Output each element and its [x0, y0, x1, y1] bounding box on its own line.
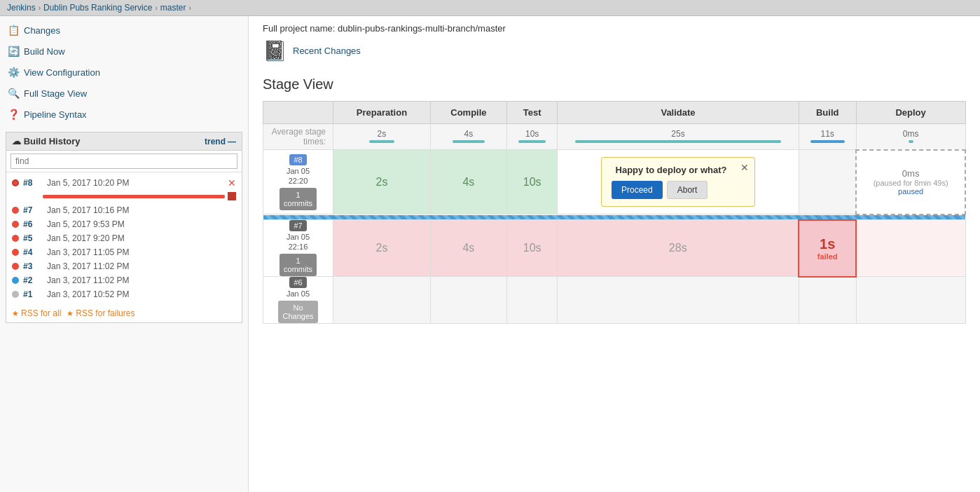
commits-badge-8[interactable]: 1commits [279, 188, 317, 210]
build-label-8: #8 Jan 05 22:20 1commits [263, 150, 333, 214]
abort-button[interactable]: Abort [667, 181, 708, 199]
build-badge-6[interactable]: #6 [289, 277, 306, 288]
build-number-link[interactable]: #8 [23, 178, 43, 188]
avg-time-deploy: 0ms [862, 129, 960, 139]
recent-changes-link[interactable]: Recent Changes [293, 46, 361, 56]
stage-test-8[interactable]: 10s [506, 150, 558, 214]
view-config-icon: ⚙️ [7, 66, 20, 78]
full-stage-icon: 🔍 [7, 87, 20, 100]
build-date: Jan 3, 2017 11:02 PM [47, 261, 236, 271]
breadcrumb-sep-1: › [39, 4, 41, 12]
table-row: #7 Jan 05 22:16 1commits 2s 4s 10s 28s 1… [263, 220, 966, 277]
build-badge-8[interactable]: #8 [289, 154, 306, 165]
avg-cell-build: 11s [799, 124, 856, 150]
build-badge-7[interactable]: #7 [289, 220, 306, 231]
paused-label: paused [857, 187, 965, 196]
stage-test-7[interactable]: 10s [506, 220, 558, 277]
build-number-link[interactable]: #4 [23, 247, 43, 257]
build-progress-stripe [263, 215, 966, 219]
build-number-link[interactable]: #1 [23, 289, 43, 299]
list-item: #2 Jan 3, 2017 11:02 PM [6, 273, 242, 287]
stage-validate-6 [558, 277, 799, 324]
sidebar-item-full-stage[interactable]: 🔍 Full Stage View [0, 83, 248, 104]
rss-all-link[interactable]: ★ RSS for all [12, 308, 61, 318]
build-number-link[interactable]: #6 [23, 219, 43, 229]
build-number-link[interactable]: #7 [23, 205, 43, 215]
list-item: #6 Jan 5, 2017 9:53 PM [6, 217, 242, 231]
rss-icon: ★ [12, 309, 19, 318]
build-date: Jan 5, 2017 9:20 PM [47, 233, 236, 243]
stage-compile-7[interactable]: 4s [430, 220, 506, 277]
build-number-link[interactable]: #3 [23, 261, 43, 271]
build-search-area [6, 151, 242, 172]
rss-failures-link[interactable]: ★ RSS for failures [67, 308, 134, 318]
build-status-dot [12, 221, 19, 228]
search-input[interactable] [11, 153, 237, 169]
trend-link[interactable]: trend — [205, 137, 236, 146]
popup-close-button[interactable]: ✕ [740, 162, 749, 173]
th-validate: Validate [558, 102, 799, 124]
build-history-panel: ☁ Build History trend — #8 Jan 5, 2017 1… [6, 132, 242, 323]
stage-build-8 [799, 150, 856, 214]
stage-deploy-6 [856, 277, 965, 324]
build-number-link[interactable]: #5 [23, 233, 43, 243]
stage-prep-7[interactable]: 2s [333, 220, 431, 277]
build-status-dot [12, 235, 19, 242]
cloud-icon: ☁ [12, 136, 21, 146]
build-date: Jan 3, 2017 11:02 PM [47, 275, 236, 285]
build-list: #8 Jan 5, 2017 10:20 PM ✕ #7 Jan 5, 2017… [6, 172, 242, 304]
sidebar-item-build-now[interactable]: 🔄 Build Now [0, 41, 248, 62]
stage-compile-8[interactable]: 4s [430, 150, 506, 214]
build-number-link[interactable]: #2 [23, 275, 43, 285]
commits-badge-7[interactable]: 1commits [279, 254, 317, 276]
avg-cell-deploy: 0ms [856, 124, 965, 150]
table-row: #8 Jan 05 22:20 1commits 2s 4s 10s Happy… [263, 150, 966, 214]
sidebar: 📋 Changes 🔄 Build Now ⚙️ View Configurat… [0, 16, 249, 492]
progress-bar-row-8 [263, 214, 966, 220]
build-history-title: ☁ Build History [12, 136, 81, 146]
stage-build-6 [799, 277, 856, 324]
stage-prep-8[interactable]: 2s [333, 150, 431, 214]
list-item: #3 Jan 3, 2017 11:02 PM [6, 259, 242, 273]
avg-time-compile: 4s [436, 129, 501, 139]
stage-validate-8[interactable]: Happy to deploy or what? ✕ Proceed Abort [558, 150, 799, 214]
breadcrumb: Jenkins › Dublin Pubs Ranking Service › … [0, 0, 980, 16]
th-preparation: Preparation [333, 102, 431, 124]
breadcrumb-master[interactable]: master [160, 3, 186, 13]
no-changes-badge-6: NoChanges [278, 301, 317, 323]
paused-time: 0ms [902, 168, 920, 179]
th-compile: Compile [430, 102, 506, 124]
delete-icon[interactable]: ✕ [228, 177, 236, 189]
th-build-col [263, 102, 333, 124]
build-progress-bar [43, 195, 225, 198]
stage-table: Preparation Compile Test Validate Build … [263, 101, 966, 324]
deploy-popup: Happy to deploy or what? ✕ Proceed Abort [601, 157, 755, 207]
project-name: Full project name: dublin-pubs-rankings-… [263, 23, 966, 34]
stage-test-6 [506, 277, 558, 324]
build-time-7: 22:16 [289, 242, 308, 251]
sidebar-item-pipeline[interactable]: ❓ Pipeline Syntax [0, 104, 248, 125]
avg-cell-test: 10s [506, 124, 558, 150]
sidebar-label-view-config: View Configuration [24, 67, 100, 78]
recent-changes-row: 📓 Recent Changes [263, 39, 966, 62]
build-status-dot [12, 207, 19, 214]
stage-build-7[interactable]: 1sfailed [799, 220, 856, 277]
sidebar-item-view-config[interactable]: ⚙️ View Configuration [0, 62, 248, 83]
proceed-button[interactable]: Proceed [612, 181, 663, 199]
avg-label: Average stage times: [263, 124, 333, 150]
breadcrumb-service[interactable]: Dublin Pubs Ranking Service [43, 3, 152, 13]
build-status-dot [12, 179, 19, 186]
build-date: Jan 5, 2017 10:20 PM [47, 178, 223, 188]
changes-icon: 📋 [7, 24, 20, 36]
build-stop-button[interactable] [228, 192, 236, 200]
th-build: Build [799, 102, 856, 124]
breadcrumb-sep-2: › [155, 4, 157, 12]
build-status-dot [12, 249, 19, 256]
breadcrumb-jenkins[interactable]: Jenkins [7, 3, 36, 13]
build-date: Jan 5, 2017 9:53 PM [47, 219, 236, 229]
build-label-7: #7 Jan 05 22:16 1commits [263, 220, 333, 277]
th-deploy: Deploy [856, 102, 965, 124]
stage-validate-7[interactable]: 28s [558, 220, 799, 277]
build-date: Jan 5, 2017 10:16 PM [47, 205, 236, 215]
sidebar-item-changes[interactable]: 📋 Changes [0, 20, 248, 41]
